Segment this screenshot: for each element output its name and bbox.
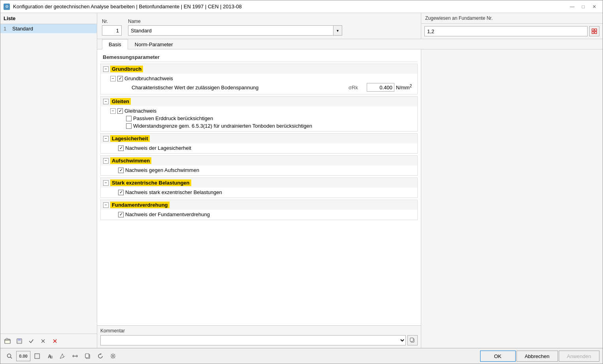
bodenspannung-value[interactable] <box>367 83 394 92</box>
delete-button[interactable] <box>49 336 60 346</box>
svg-rect-22 <box>85 354 89 358</box>
nr-input[interactable] <box>102 25 122 36</box>
lagesicherheit-header: − Lagesicherheit <box>101 134 417 143</box>
aufschwimmen-collapse[interactable]: − <box>103 158 109 164</box>
section-grundbruch: − Grundbruch − Grundbruchnachweis <box>100 64 418 94</box>
nachweis-fundamentverdrehung-label: Nachweis der Fundamentverdrehung <box>125 211 210 217</box>
confirm-button[interactable] <box>26 336 37 346</box>
svg-rect-16 <box>35 354 40 358</box>
section-gleiten: − Gleiten − Gleitnachweis <box>100 96 418 132</box>
grundbruch-collapse[interactable]: − <box>103 66 109 72</box>
grundbruchnachweis-row: − Grundbruchnachweis <box>101 75 417 82</box>
svg-point-23 <box>112 355 114 357</box>
list-item-label: Standard <box>12 26 33 32</box>
titlebar: ⚙ Konfiguration der geotechnischen Analy… <box>0 0 603 13</box>
assigned-panel: Zugewiesen an Fundamente Nr. <box>421 13 603 39</box>
fundamentverdrehung-collapse[interactable]: − <box>103 202 109 208</box>
grundbruchnachweis-collapse[interactable]: − <box>110 76 116 81</box>
nr-field-group: Nr. <box>102 19 122 36</box>
list-item[interactable]: 1 Standard <box>0 24 97 33</box>
section-stark-exzentrische: − Stark exzentrische Belastungen Nachwei… <box>100 177 418 198</box>
name-dropdown-button[interactable]: ▾ <box>334 25 342 36</box>
lagesicherheit-collapse[interactable]: − <box>103 136 109 141</box>
form-header-area: Nr. Name ▾ Zugewiesen an Fundamente Nr. <box>97 13 603 39</box>
section-aufschwimmen: − Aufschwimmen Nachweis gegen Aufschwimm… <box>100 155 418 176</box>
grundbruch-label: Grundbruch <box>110 66 143 72</box>
stark-exzentrische-collapse[interactable]: − <box>103 180 109 186</box>
arrows-tool-button[interactable] <box>69 351 81 361</box>
folder-open-button[interactable] <box>2 336 13 346</box>
content-area: Bemessungsparameter − Grundbruch − <box>97 49 603 348</box>
zero-button[interactable]: 0.00 <box>16 351 30 361</box>
list-header: Liste <box>0 13 97 24</box>
assigned-header: Zugewiesen an Fundamente Nr. <box>421 13 603 24</box>
stark-exzentrische-body: Nachweis stark exzentrischer Belastungen <box>101 188 417 198</box>
tabs-area: Basis Norm-Parameter <box>97 39 603 49</box>
search-tool-button[interactable] <box>4 351 15 361</box>
nr-name-area: Nr. Name ▾ <box>97 13 421 39</box>
refresh-tool-button[interactable] <box>94 351 106 361</box>
left-toolbar <box>0 334 97 348</box>
save-button[interactable] <box>14 336 25 346</box>
bodenspannung-symbol: σRk <box>341 85 365 91</box>
nachweis-exzentrisch-row: Nachweis stark exzentrischer Belastungen <box>101 189 417 196</box>
maximize-button[interactable]: □ <box>578 3 588 11</box>
text-tool-button[interactable]: A <box>44 351 56 361</box>
passiven-erddruck-checkbox[interactable] <box>126 116 132 121</box>
section-fundamentverdrehung: − Fundamentverdrehung Nachweis der Funda… <box>100 200 418 220</box>
widerstandsgrenze-checkbox[interactable] <box>126 123 132 129</box>
svg-rect-8 <box>592 29 594 31</box>
arrow-tool-button[interactable] <box>57 351 68 361</box>
tab-norm-parameter[interactable]: Norm-Parameter <box>128 39 180 49</box>
nachweis-lagesicherheit-checkbox[interactable] <box>118 145 124 151</box>
nachweis-exzentrisch-checkbox[interactable] <box>118 190 124 195</box>
list-items: 1 Standard <box>0 24 97 334</box>
comment-input-wrapper <box>100 335 418 345</box>
ok-button[interactable]: OK <box>480 351 516 362</box>
name-field-wrapper: ▾ <box>128 25 342 36</box>
nachweis-fundamentverdrehung-checkbox[interactable] <box>118 212 124 217</box>
nachweis-aufschwimmen-label: Nachweis gegen Aufschwimmen <box>125 167 199 173</box>
svg-rect-2 <box>18 339 21 341</box>
nachweis-aufschwimmen-checkbox[interactable] <box>118 168 124 173</box>
grundbruchnachweis-checkbox[interactable] <box>117 76 123 81</box>
list-item-number: 1 <box>4 26 10 32</box>
cursor-tool-button[interactable] <box>31 351 43 361</box>
bemessungsparameter-title: Bemessungsparameter <box>100 53 418 62</box>
copy-tool-button[interactable] <box>82 351 94 361</box>
assigned-input[interactable] <box>424 26 588 36</box>
bodenspannung-row: Charakteristischer Wert der zulässigen B… <box>101 82 417 92</box>
svg-line-15 <box>11 357 12 359</box>
main-content: Liste 1 Standard <box>0 13 603 348</box>
bodenspannung-label: Charakteristischer Wert der zulässigen B… <box>132 85 340 91</box>
stark-exzentrische-header: − Stark exzentrische Belastungen <box>101 178 417 188</box>
gleitnachweis-collapse[interactable]: − <box>110 108 116 114</box>
stark-exzentrische-label: Stark exzentrische Belastungen <box>110 179 191 186</box>
close-button[interactable]: ✕ <box>589 3 599 11</box>
aufschwimmen-label: Aufschwimmen <box>110 157 151 164</box>
left-panel: Liste 1 Standard <box>0 13 97 348</box>
gleitnachweis-label: Gleitnachweis <box>124 108 156 114</box>
params-and-comment: Bemessungsparameter − Grundbruch − <box>97 49 421 348</box>
cancel-button[interactable]: Abbrechen <box>516 351 558 362</box>
gleiten-collapse[interactable]: − <box>103 99 109 104</box>
tab-basis[interactable]: Basis <box>102 39 128 49</box>
fundamentverdrehung-body: Nachweis der Fundamentverdrehung <box>101 210 417 220</box>
reject-button[interactable] <box>38 336 49 346</box>
nachweis-fundamentverdrehung-row: Nachweis der Fundamentverdrehung <box>101 211 417 218</box>
fundamentverdrehung-header: − Fundamentverdrehung <box>101 200 417 210</box>
comment-select[interactable] <box>100 335 406 345</box>
assigned-select-button[interactable] <box>589 26 599 36</box>
nachweis-lagesicherheit-label: Nachweis der Lagesicherheit <box>125 145 191 151</box>
gleitnachweis-checkbox[interactable] <box>117 108 123 114</box>
apply-button[interactable]: Anwenden <box>559 351 599 362</box>
settings-tool-button[interactable] <box>107 351 119 361</box>
passiven-erddruck-row: Passiven Erddruck berücksichtigen <box>101 115 417 122</box>
name-input[interactable] <box>128 25 334 36</box>
comment-area: Kommentar <box>97 325 421 348</box>
nachweis-exzentrisch-label: Nachweis stark exzentrischer Belastungen <box>125 189 222 195</box>
window-title: Konfiguration der geotechnischen Analyse… <box>13 4 242 9</box>
minimize-button[interactable]: — <box>567 3 577 11</box>
svg-rect-11 <box>595 32 597 34</box>
comment-copy-button[interactable] <box>407 335 418 345</box>
